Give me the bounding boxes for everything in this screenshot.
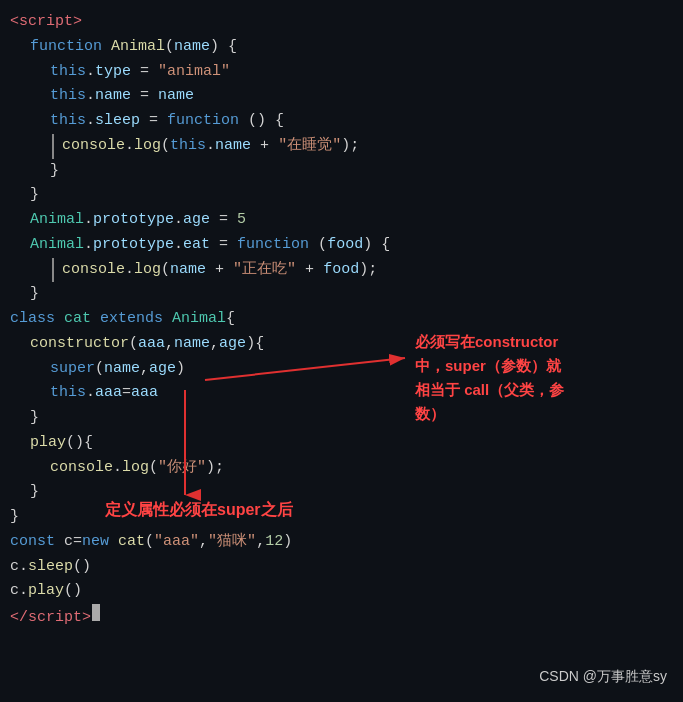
annotation-super: 必须写在constructor中，super（参数）就相当于 call（父类，参… bbox=[415, 330, 564, 426]
code-line: function Animal(name) { bbox=[10, 35, 683, 60]
code-line: console.log(this.name + "在睡觉"); bbox=[10, 134, 683, 159]
code-line: console.log("你好"); bbox=[10, 456, 683, 481]
code-line: Animal.prototype.age = 5 bbox=[10, 208, 683, 233]
code-line: c.play() bbox=[10, 579, 683, 604]
code-line: </script> bbox=[10, 604, 683, 631]
code-line: class cat extends Animal{ bbox=[10, 307, 683, 332]
code-editor: <script> function Animal(name) { this.ty… bbox=[0, 0, 683, 702]
code-line: super(name,age) bbox=[10, 357, 683, 382]
code-line: Animal.prototype.eat = function (food) { bbox=[10, 233, 683, 258]
code-line: c.sleep() bbox=[10, 555, 683, 580]
code-line: const c=new cat("aaa","猫咪",12) bbox=[10, 530, 683, 555]
code-line: } bbox=[10, 159, 683, 184]
code-line: } bbox=[10, 406, 683, 431]
code-line: } bbox=[10, 183, 683, 208]
code-line: constructor(aaa,name,age){ bbox=[10, 332, 683, 357]
code-line: this.name = name bbox=[10, 84, 683, 109]
code-line: console.log(name + "正在吃" + food); bbox=[10, 258, 683, 283]
watermark: CSDN @万事胜意sy bbox=[539, 665, 667, 688]
code-line: this.sleep = function () { bbox=[10, 109, 683, 134]
code-line: } bbox=[10, 282, 683, 307]
code-line: this.aaa=aaa bbox=[10, 381, 683, 406]
code-line: play(){ bbox=[10, 431, 683, 456]
code-line: this.type = "animal" bbox=[10, 60, 683, 85]
annotation-define: 定义属性必须在super之后 bbox=[105, 498, 293, 522]
code-line: <script> bbox=[10, 10, 683, 35]
